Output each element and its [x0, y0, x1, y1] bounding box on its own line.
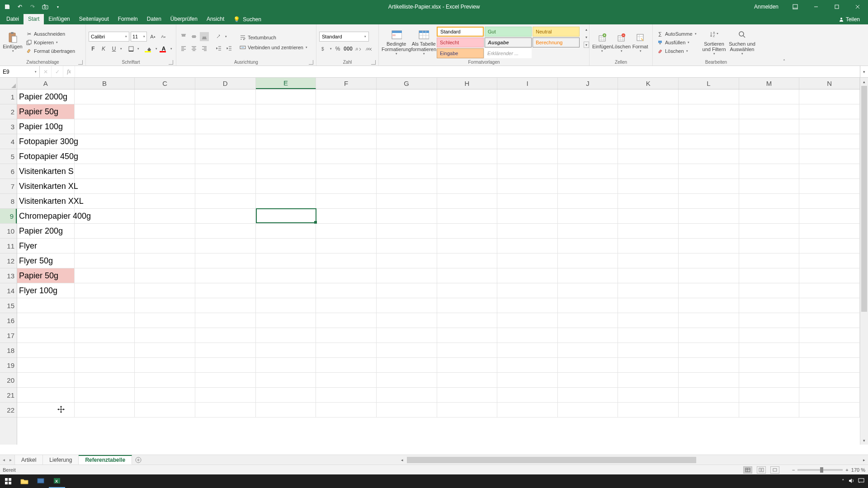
- cell[interactable]: [618, 253, 679, 268]
- cell[interactable]: [437, 253, 498, 268]
- cell[interactable]: [377, 119, 437, 134]
- cell[interactable]: [256, 373, 316, 388]
- cell[interactable]: [679, 313, 739, 328]
- cell[interactable]: [256, 298, 316, 313]
- cell[interactable]: [799, 89, 860, 104]
- cell[interactable]: [316, 388, 377, 403]
- cell[interactable]: [316, 209, 377, 224]
- cell[interactable]: [75, 253, 135, 268]
- scroll-thumb[interactable]: [861, 86, 867, 312]
- cell[interactable]: [195, 194, 256, 209]
- cell[interactable]: [135, 89, 195, 104]
- cell[interactable]: [195, 373, 256, 388]
- cell[interactable]: [437, 224, 498, 239]
- cell[interactable]: [558, 298, 618, 313]
- decrease-decimal-icon[interactable]: ,00: [364, 44, 373, 53]
- cell[interactable]: [618, 119, 679, 134]
- cell[interactable]: [497, 373, 558, 388]
- cell[interactable]: [256, 239, 316, 253]
- cell[interactable]: [195, 403, 256, 418]
- cut-button[interactable]: ✂Ausschneiden: [24, 30, 76, 38]
- cell[interactable]: [558, 328, 618, 343]
- cell[interactable]: [739, 283, 800, 298]
- decrease-indent-icon[interactable]: [214, 44, 223, 53]
- cell[interactable]: [618, 268, 679, 283]
- cell[interactable]: [135, 283, 195, 298]
- cell[interactable]: [618, 239, 679, 253]
- cell[interactable]: Chromepapier 400g: [17, 209, 75, 224]
- system-tray[interactable]: ˄: [842, 478, 868, 484]
- italic-button[interactable]: K: [99, 44, 108, 53]
- cell-style-option[interactable]: Neutral: [533, 27, 580, 37]
- cell[interactable]: [135, 239, 195, 253]
- cell[interactable]: [256, 149, 316, 164]
- cell[interactable]: [799, 253, 860, 268]
- cell[interactable]: [17, 328, 75, 343]
- cell[interactable]: [618, 224, 679, 239]
- cell[interactable]: [558, 89, 618, 104]
- cell[interactable]: [558, 179, 618, 194]
- cell[interactable]: [497, 253, 558, 268]
- row-headers[interactable]: 12345678910111213141516171819202122: [0, 89, 17, 445]
- minimize-button[interactable]: [806, 0, 826, 14]
- cell[interactable]: [558, 373, 618, 388]
- cell[interactable]: [437, 298, 498, 313]
- cell[interactable]: [739, 104, 800, 119]
- cell[interactable]: [679, 89, 739, 104]
- cell[interactable]: Visitenkarten S: [17, 164, 75, 179]
- cell[interactable]: [256, 179, 316, 194]
- cell[interactable]: [135, 268, 195, 283]
- cell[interactable]: [739, 373, 800, 388]
- add-sheet-button[interactable]: [132, 455, 145, 465]
- cell[interactable]: [377, 283, 437, 298]
- zoom-control[interactable]: − + 170 %: [792, 467, 865, 473]
- cell[interactable]: [316, 358, 377, 373]
- percent-icon[interactable]: %: [333, 44, 342, 53]
- cell[interactable]: [75, 358, 135, 373]
- cell[interactable]: [195, 224, 256, 239]
- cell[interactable]: [558, 283, 618, 298]
- align-right-icon[interactable]: [200, 44, 209, 53]
- cell[interactable]: Papier 200g: [17, 224, 75, 239]
- cell[interactable]: [497, 403, 558, 418]
- cell[interactable]: [437, 328, 498, 343]
- cell[interactable]: [497, 164, 558, 179]
- cell[interactable]: [437, 164, 498, 179]
- cell[interactable]: [799, 388, 860, 403]
- column-header[interactable]: K: [618, 78, 679, 89]
- format-as-table-button[interactable]: Als Tabelle formatieren▾: [411, 28, 436, 57]
- cell[interactable]: [679, 343, 739, 358]
- cell[interactable]: [679, 253, 739, 268]
- cell[interactable]: [316, 89, 377, 104]
- cell[interactable]: [618, 298, 679, 313]
- cell[interactable]: [799, 298, 860, 313]
- cell[interactable]: [75, 104, 135, 119]
- cell[interactable]: [17, 373, 75, 388]
- row-header[interactable]: 14: [0, 283, 17, 298]
- cell[interactable]: [558, 253, 618, 268]
- cell[interactable]: [618, 194, 679, 209]
- cell[interactable]: [135, 134, 195, 149]
- cell[interactable]: [377, 134, 437, 149]
- cell[interactable]: [739, 358, 800, 373]
- cell[interactable]: [75, 403, 135, 418]
- share-button[interactable]: Teilen: [835, 14, 863, 24]
- cell[interactable]: [679, 134, 739, 149]
- row-header[interactable]: 9: [0, 209, 17, 224]
- cell[interactable]: [437, 209, 498, 224]
- cell[interactable]: [316, 373, 377, 388]
- cell[interactable]: [679, 388, 739, 403]
- cell[interactable]: [195, 253, 256, 268]
- cell[interactable]: [17, 313, 75, 328]
- cell[interactable]: [799, 164, 860, 179]
- cell[interactable]: [316, 328, 377, 343]
- dialog-launcher-icon[interactable]: [309, 60, 313, 65]
- cell[interactable]: [377, 164, 437, 179]
- cell[interactable]: [618, 134, 679, 149]
- orientation-icon[interactable]: [214, 32, 223, 41]
- cell[interactable]: [618, 164, 679, 179]
- cell[interactable]: [316, 134, 377, 149]
- hscroll-left-icon[interactable]: ◂: [398, 455, 406, 465]
- cell[interactable]: [497, 388, 558, 403]
- cell[interactable]: [739, 328, 800, 343]
